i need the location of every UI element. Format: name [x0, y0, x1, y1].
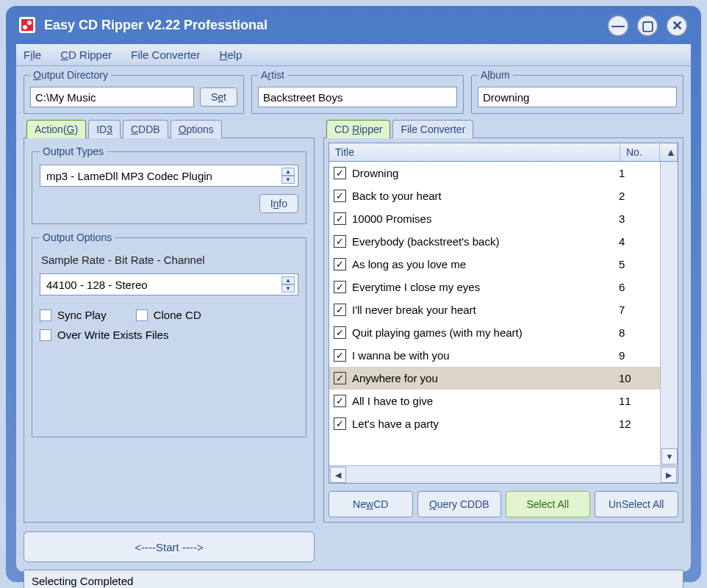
combo-up-icon[interactable]: ▲: [281, 168, 295, 176]
svg-point-2: [27, 21, 32, 25]
clone-cd-checkbox[interactable]: Clone CD: [136, 309, 201, 321]
track-no: 10: [619, 372, 656, 384]
scroll-right-button[interactable]: ▶: [661, 467, 677, 483]
artist-input[interactable]: Backstreet Boys: [258, 87, 457, 107]
vertical-scrollbar[interactable]: ▼: [660, 162, 678, 465]
track-no: 9: [619, 349, 656, 362]
close-button[interactable]: ✕: [666, 15, 688, 37]
tab-cd-ripper[interactable]: CD Ripper: [326, 120, 390, 138]
app-icon: [19, 17, 35, 33]
track-checkbox[interactable]: ✓: [334, 304, 346, 316]
track-row[interactable]: ✓Let's have a party12: [329, 412, 660, 435]
track-title: I'll never break your heart: [352, 304, 619, 316]
track-no: 5: [619, 258, 656, 270]
maximize-icon: ▢: [642, 18, 654, 34]
scroll-down-button[interactable]: ▼: [661, 448, 678, 465]
track-no: 3: [619, 212, 656, 225]
overwrite-checkbox[interactable]: Over Write Exists Files: [40, 329, 298, 341]
tab-cddb[interactable]: CDDB: [123, 120, 168, 138]
scroll-left-button[interactable]: ◀: [330, 467, 346, 483]
output-directory-group: Output Directory C:\My Music Set: [24, 69, 244, 114]
track-checkbox[interactable]: ✓: [334, 235, 346, 248]
tab-id3[interactable]: ID3: [88, 120, 121, 138]
combo-down-icon[interactable]: ▼: [281, 176, 295, 184]
track-title: As long as you love me: [352, 258, 619, 270]
minimize-icon: —: [611, 18, 625, 34]
track-checkbox[interactable]: ✓: [334, 417, 346, 430]
track-checkbox[interactable]: ✓: [334, 212, 346, 225]
track-title: Everytime I close my eyes: [352, 281, 619, 293]
track-list-header: Title No. ▲: [329, 143, 678, 162]
track-title: All I have to give: [352, 395, 619, 407]
sync-play-checkbox[interactable]: Sync Play: [40, 309, 107, 321]
menu-file[interactable]: File: [24, 49, 41, 61]
menu-file-converter[interactable]: File Converter: [131, 49, 200, 61]
maximize-button[interactable]: ▢: [636, 15, 658, 37]
track-checkbox[interactable]: ✓: [334, 326, 346, 339]
status-bar: Selecting Completed: [24, 570, 683, 588]
right-panel: Title No. ▲ ✓Drowning1✓Back to your hear…: [323, 137, 683, 523]
scroll-up-button[interactable]: ▲: [660, 143, 678, 161]
rate-label: Sample Rate - Bit Rate - Channel: [41, 254, 298, 266]
track-row[interactable]: ✓I wanna be with you9: [329, 344, 660, 367]
output-options-group: Output Options Sample Rate - Bit Rate - …: [32, 232, 306, 437]
client-area: File CD Ripper File Converter Help Outpu…: [16, 44, 691, 572]
output-directory-input[interactable]: C:\My Music: [30, 87, 194, 107]
rate-combo[interactable]: 44100 - 128 - Stereo ▲ ▼: [40, 273, 298, 295]
set-button[interactable]: Set: [200, 87, 237, 107]
new-cd-button[interactable]: New CD: [329, 491, 413, 517]
track-title: 10000 Promises: [352, 212, 619, 225]
left-tabstrip: Action(G) ID3 CDDB Options: [24, 120, 315, 138]
combo-down-icon[interactable]: ▼: [281, 284, 295, 293]
header-no[interactable]: No.: [620, 143, 660, 161]
header-title[interactable]: Title: [329, 143, 620, 161]
artist-group: Artist Backstreet Boys: [251, 69, 464, 114]
minimize-button[interactable]: —: [607, 15, 629, 37]
menu-help[interactable]: Help: [219, 49, 242, 61]
track-row[interactable]: ✓I'll never break your heart7: [329, 298, 660, 321]
checkbox-icon: [40, 329, 51, 341]
track-checkbox[interactable]: ✓: [334, 349, 346, 362]
track-row[interactable]: ✓Quit playing games (with my heart)8: [329, 321, 660, 344]
track-checkbox[interactable]: ✓: [334, 395, 346, 407]
start-button[interactable]: <---- Start ---->: [24, 531, 315, 562]
checkbox-icon: [40, 309, 51, 321]
info-button[interactable]: Info: [259, 194, 298, 213]
track-title: Let's have a party: [352, 417, 619, 430]
track-row[interactable]: ✓Drowning1: [329, 162, 660, 184]
output-type-combo[interactable]: mp3 - LameDll MP3 Codec Plugin ▲ ▼: [40, 165, 298, 187]
track-no: 11: [619, 395, 656, 407]
track-row[interactable]: ✓Anywhere for you10: [329, 367, 660, 390]
track-checkbox[interactable]: ✓: [334, 281, 346, 293]
combo-up-icon[interactable]: ▲: [281, 276, 295, 284]
track-checkbox[interactable]: ✓: [334, 372, 346, 384]
query-cddb-button[interactable]: Query CDDB: [417, 491, 502, 517]
track-row[interactable]: ✓As long as you love me5: [329, 253, 660, 276]
track-no: 7: [619, 304, 656, 316]
track-no: 12: [619, 417, 656, 430]
track-row[interactable]: ✓Everybody (backstreet's back)4: [329, 230, 660, 253]
track-row[interactable]: ✓10000 Promises3: [329, 207, 660, 230]
track-row[interactable]: ✓All I have to give11: [329, 390, 660, 412]
track-row[interactable]: ✓Back to your heart2: [329, 184, 660, 207]
track-title: Everybody (backstreet's back): [352, 235, 619, 248]
track-checkbox[interactable]: ✓: [334, 190, 346, 202]
tab-action[interactable]: Action(G): [26, 120, 86, 138]
window-title: Easy CD Ripper v2.22 Professtional: [44, 18, 268, 33]
tab-file-converter[interactable]: File Converter: [392, 120, 473, 138]
track-row[interactable]: ✓Everytime I close my eyes6: [329, 276, 660, 298]
album-input[interactable]: Drowning: [478, 87, 677, 107]
menu-cd-ripper[interactable]: CD Ripper: [60, 49, 112, 61]
horizontal-scrollbar[interactable]: ◀ ▶: [329, 465, 678, 483]
track-checkbox[interactable]: ✓: [334, 167, 346, 179]
track-title: Quit playing games (with my heart): [352, 326, 619, 339]
track-list: ✓Drowning1✓Back to your heart2✓10000 Pro…: [329, 162, 678, 484]
tab-options[interactable]: Options: [171, 120, 222, 138]
select-all-button[interactable]: Select All: [506, 491, 590, 517]
track-checkbox[interactable]: ✓: [334, 258, 346, 270]
unselect-all-button[interactable]: UnSelect All: [595, 491, 679, 517]
track-no: 2: [619, 190, 656, 202]
track-title: Drowning: [352, 167, 619, 179]
track-no: 6: [619, 281, 656, 293]
app-window: Easy CD Ripper v2.22 Professtional — ▢ ✕…: [6, 6, 701, 582]
